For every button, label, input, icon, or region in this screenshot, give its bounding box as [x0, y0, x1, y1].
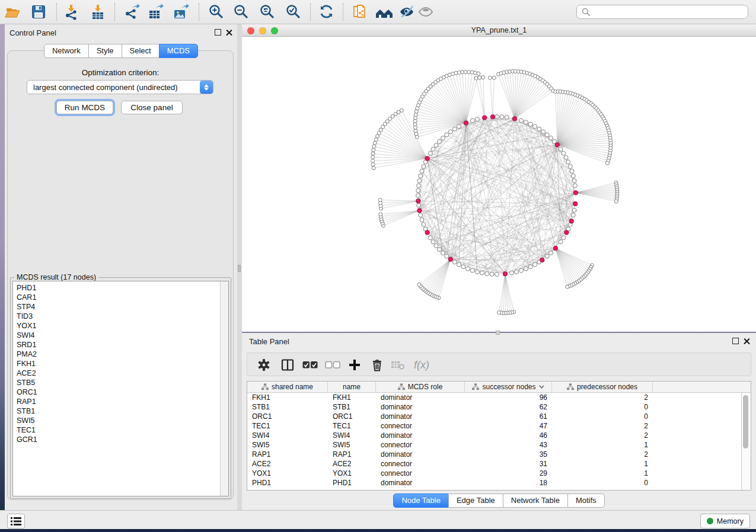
float-table-panel-icon[interactable]: [732, 338, 739, 344]
zoom-selected-button[interactable]: [285, 3, 302, 21]
tab-network-table[interactable]: Network Table: [503, 493, 568, 508]
splitter-handle[interactable]: [238, 265, 241, 272]
toolbar-separator: [343, 3, 343, 21]
column-header-predecessor-nodes[interactable]: predecessor nodes: [552, 382, 653, 392]
table-cell: 1: [552, 460, 653, 468]
control-panel-tabbar: NetworkStyleSelectMCDS: [5, 44, 237, 58]
node-table[interactable]: shared namenameMCDS rolesuccessor nodesp…: [247, 381, 751, 491]
table-cell: YOX1: [328, 469, 376, 477]
table-row[interactable]: TEC1TEC1connector472: [247, 421, 751, 431]
mcds-result-item[interactable]: PMA2: [13, 350, 220, 359]
add-column-button[interactable]: [346, 357, 363, 373]
criterion-dropdown[interactable]: largest connected component (undirected): [27, 80, 213, 94]
memory-button[interactable]: Memory: [700, 514, 750, 528]
import-table-button[interactable]: [89, 3, 107, 21]
show-hidden-button[interactable]: [417, 3, 435, 21]
table-row[interactable]: RAP1RAP1dominator352: [247, 450, 751, 459]
tab-select[interactable]: Select: [122, 44, 160, 58]
table-options-button[interactable]: [256, 357, 272, 373]
table-row[interactable]: FKH1FKH1dominator962: [247, 393, 751, 402]
refresh-icon: [318, 4, 335, 20]
zoom-out-button[interactable]: [232, 3, 250, 21]
refresh-layout-button[interactable]: [318, 3, 336, 21]
table-row[interactable]: STB1STB1dominator620: [247, 402, 751, 412]
dropdown-stepper-icon: [200, 81, 213, 94]
network-canvas[interactable]: [242, 37, 756, 332]
run-mcds-button[interactable]: Run MCDS: [56, 101, 113, 114]
mcds-result-item[interactable]: STP4: [13, 302, 220, 312]
network-window-titlebar[interactable]: YPA_prune.txt_1: [242, 24, 756, 37]
mcds-result-item[interactable]: YOX1: [13, 321, 220, 331]
table-cell: RAP1: [247, 450, 328, 459]
vertical-splitter[interactable]: [237, 24, 242, 510]
table-panel: Table Panel: [242, 333, 756, 510]
mcds-result-item[interactable]: STB1: [13, 406, 220, 416]
table-row[interactable]: ORC1ORC1dominator610: [247, 412, 751, 421]
main-toolbar: [0, 0, 756, 24]
mcds-result-item[interactable]: PHD1: [13, 283, 220, 293]
close-table-panel-icon[interactable]: [744, 338, 750, 344]
save-session-button[interactable]: [30, 3, 47, 21]
column-header-name[interactable]: name: [328, 382, 376, 392]
hide-selected-button[interactable]: [398, 3, 416, 21]
mcds-result-item[interactable]: SRD1: [13, 340, 220, 350]
mcds-list-scrollbar[interactable]: [220, 281, 228, 496]
table-panel-header: Table Panel: [242, 333, 756, 348]
tab-network[interactable]: Network: [44, 44, 89, 58]
mcds-result-item[interactable]: GCR1: [13, 435, 220, 444]
search-input[interactable]: [576, 5, 748, 19]
import-network-button[interactable]: [62, 3, 80, 21]
table-scrollbar[interactable]: [741, 393, 751, 490]
mcds-result-item[interactable]: FKH1: [13, 359, 220, 368]
tab-mcds[interactable]: MCDS: [159, 44, 198, 58]
mcds-result-item[interactable]: TID3: [13, 312, 220, 321]
export-table-button[interactable]: [147, 3, 165, 21]
export-network-button[interactable]: [123, 3, 141, 21]
gear-icon: [257, 358, 270, 371]
mcds-result-item[interactable]: ORC1: [13, 387, 220, 397]
unchecked-boxes-icon: [325, 361, 340, 369]
mcds-result-item[interactable]: STB5: [13, 378, 220, 387]
tab-style[interactable]: Style: [88, 44, 122, 58]
houses-icon: [375, 4, 393, 20]
mcds-result-item[interactable]: CAR1: [13, 293, 220, 302]
mcds-result-list[interactable]: PHD1CAR1STP4TID3YOX1SWI4SRD1PMA2FKH1ACE2…: [12, 281, 229, 496]
mcds-result-item[interactable]: TEC1: [13, 425, 220, 435]
table-cell: PHD1: [328, 479, 376, 487]
mcds-result-item[interactable]: SWI4: [13, 331, 220, 340]
table-cell: TEC1: [328, 422, 376, 430]
export-image-icon: [173, 4, 189, 20]
table-row[interactable]: YOX1YOX1connector291: [247, 469, 751, 478]
table-scrollbar-thumb[interactable]: [743, 395, 748, 448]
column-layout-button[interactable]: [279, 357, 296, 373]
table-row[interactable]: ACE2ACE2connector311: [247, 459, 751, 469]
duplicate-network-button[interactable]: [351, 3, 369, 21]
close-panel-button[interactable]: Close panel: [121, 101, 183, 114]
mcds-result-item[interactable]: SWI5: [13, 416, 220, 425]
tab-edge-table[interactable]: Edge Table: [448, 493, 503, 508]
table-cell: FKH1: [247, 393, 328, 402]
float-panel-icon[interactable]: [215, 29, 221, 36]
table-row[interactable]: SWI5SWI5connector431: [247, 440, 751, 450]
table-row[interactable]: SWI4SWI4dominator462: [247, 431, 751, 440]
mcds-result-item[interactable]: ACE2: [13, 368, 220, 378]
zoom-in-button[interactable]: [208, 3, 225, 21]
column-header-MCDS-role[interactable]: MCDS role: [376, 382, 465, 392]
export-image-button[interactable]: [172, 3, 190, 21]
task-history-button[interactable]: [7, 514, 25, 528]
open-file-button[interactable]: [4, 3, 21, 21]
tab-node-table[interactable]: Node Table: [393, 493, 449, 508]
deselect-all-button[interactable]: [324, 357, 341, 373]
zoom-fit-button[interactable]: [259, 3, 276, 21]
table-cell: 47: [465, 422, 552, 430]
tab-motifs[interactable]: Motifs: [567, 493, 605, 508]
mcds-result-item[interactable]: RAP1: [13, 397, 220, 406]
select-all-button[interactable]: [302, 357, 318, 373]
table-toolbar: f(x): [247, 352, 751, 376]
delete-column-button[interactable]: [369, 357, 385, 373]
column-header-shared-name[interactable]: shared name: [247, 382, 328, 392]
show-all-button[interactable]: [375, 3, 393, 21]
column-header-successor-nodes[interactable]: successor nodes: [465, 382, 552, 392]
close-panel-icon[interactable]: [226, 29, 232, 36]
table-row[interactable]: PHD1PHD1dominator180: [247, 478, 751, 488]
